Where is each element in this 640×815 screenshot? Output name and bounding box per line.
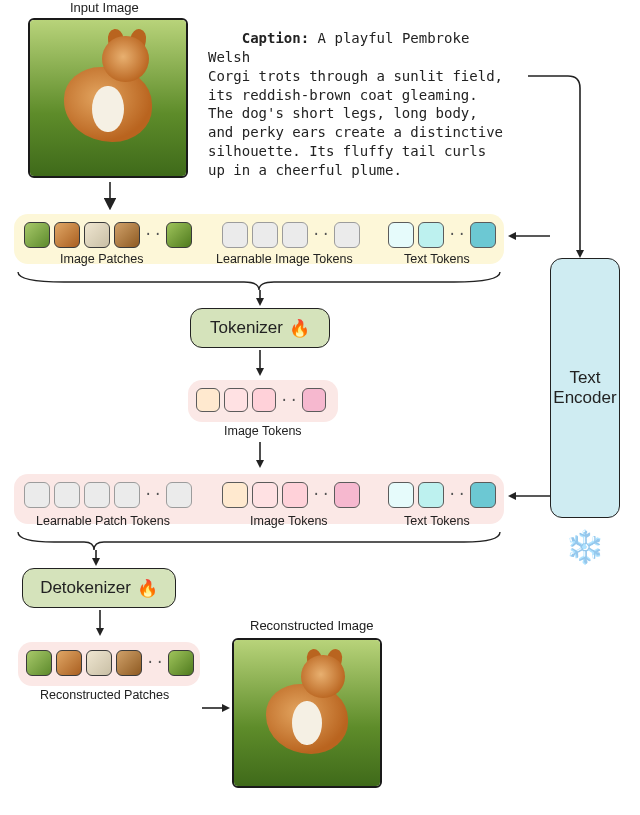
patch-token — [84, 222, 110, 248]
reconstructed-patch — [56, 650, 82, 676]
input-image — [28, 18, 188, 178]
arrow-row1-to-tokenizer — [252, 290, 268, 308]
learnable-img-token — [222, 222, 248, 248]
reconstructed-image-content — [234, 640, 380, 786]
learnable-patch-token — [84, 482, 110, 508]
detokenizer-block: Detokenizer 🔥 — [22, 568, 176, 608]
text-token — [470, 482, 496, 508]
caption-text: A playful Pembroke Welsh Corgi trots thr… — [208, 30, 503, 178]
image-tokens-2-label: Image Tokens — [250, 514, 328, 528]
input-image-title: Input Image — [70, 0, 139, 15]
learnable-patch-token — [166, 482, 192, 508]
image-tokens-label: Image Tokens — [224, 424, 302, 438]
diagram-stage: Input Image Caption: A playful Pembroke … — [0, 0, 640, 815]
learnable-image-tokens-label: Learnable Image Tokens — [216, 252, 353, 266]
text-token — [388, 222, 414, 248]
image-token — [252, 482, 278, 508]
reconstructed-patches-label: Reconstructed Patches — [40, 688, 169, 702]
caption-block: Caption: A playful Pembroke Welsh Corgi … — [208, 10, 518, 199]
arrow-imgtok-to-row2 — [252, 442, 268, 470]
reconstructed-patch — [116, 650, 142, 676]
reconstructed-patch — [86, 650, 112, 676]
tokenizer-block: Tokenizer 🔥 — [190, 308, 330, 348]
image-token — [222, 482, 248, 508]
input-image-content — [30, 20, 186, 176]
fire-icon: 🔥 — [137, 578, 158, 599]
text-token — [418, 482, 444, 508]
fire-icon: 🔥 — [289, 318, 310, 339]
arrow-patches-to-recon — [202, 700, 232, 716]
image-patches-label: Image Patches — [60, 252, 143, 266]
reconstructed-image — [232, 638, 382, 788]
learnable-img-token — [252, 222, 278, 248]
arrow-input-to-row1 — [102, 182, 118, 212]
learnable-patch-token — [24, 482, 50, 508]
arrow-textenc-to-row1 — [506, 228, 552, 244]
learnable-patch-token — [54, 482, 80, 508]
arrow-tokenizer-to-imgtok — [252, 350, 268, 378]
reconstructed-patch — [168, 650, 194, 676]
image-token — [282, 482, 308, 508]
text-tokens-2-label: Text Tokens — [404, 514, 470, 528]
image-token — [196, 388, 220, 412]
text-encoder-label: Text Encoder — [553, 368, 616, 408]
tokenizer-label: Tokenizer — [210, 318, 283, 338]
patch-token — [114, 222, 140, 248]
snowflake-icon: ❄️ — [564, 526, 606, 568]
reconstructed-patch — [26, 650, 52, 676]
learnable-patch-tokens-label: Learnable Patch Tokens — [36, 514, 170, 528]
learnable-img-token — [334, 222, 360, 248]
image-token — [252, 388, 276, 412]
arrow-textenc-to-row2 — [506, 488, 552, 504]
patch-token — [24, 222, 50, 248]
patch-token — [166, 222, 192, 248]
patch-token — [54, 222, 80, 248]
text-encoder-block: Text Encoder — [550, 258, 620, 518]
image-token — [302, 388, 326, 412]
detokenizer-label: Detokenizer — [40, 578, 131, 598]
text-tokens-label: Text Tokens — [404, 252, 470, 266]
image-token — [334, 482, 360, 508]
text-token — [388, 482, 414, 508]
learnable-patch-token — [114, 482, 140, 508]
reconstructed-image-title: Reconstructed Image — [250, 618, 374, 633]
text-token — [418, 222, 444, 248]
caption-label: Caption: — [242, 30, 309, 46]
arrow-detok-to-patches — [92, 610, 108, 638]
learnable-img-token — [282, 222, 308, 248]
arrow-row2-to-detokenizer — [88, 550, 104, 568]
image-token — [224, 388, 248, 412]
text-token — [470, 222, 496, 248]
